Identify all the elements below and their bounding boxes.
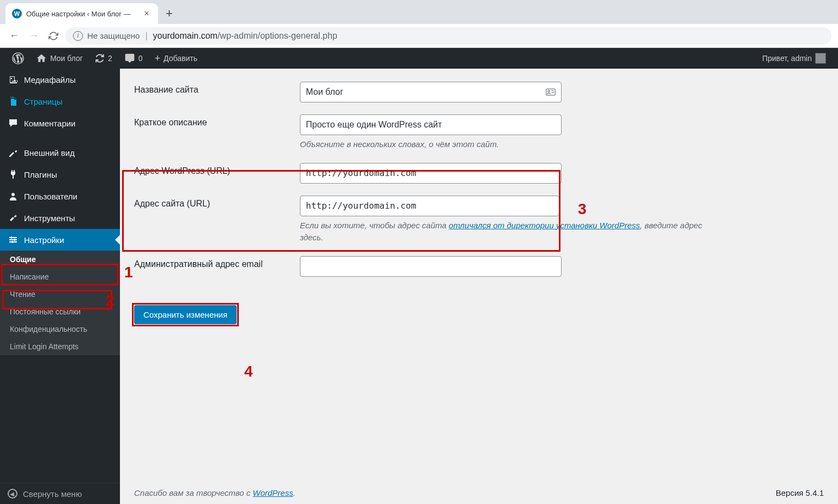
admin-footer: Спасибо вам за творчество с WordPress. В… — [134, 478, 824, 504]
my-account-menu[interactable]: Привет, admin — [758, 53, 830, 64]
comments-menu[interactable]: 0 — [120, 53, 147, 64]
updates-icon — [95, 53, 105, 63]
sidebar-item-plugins[interactable]: Плагины — [0, 163, 120, 185]
collapse-menu[interactable]: ◀, Свернуть меню — [0, 483, 120, 504]
svg-rect-5 — [9, 237, 17, 238]
wordpress-icon — [12, 52, 24, 64]
input-admin-email[interactable] — [300, 256, 562, 277]
svg-rect-9 — [14, 239, 15, 241]
back-button[interactable]: ← — [7, 28, 22, 44]
label-tagline: Краткое описание — [134, 114, 300, 127]
close-tab-icon[interactable]: × — [142, 9, 152, 19]
site-name-menu[interactable]: Мои блог — [32, 53, 87, 64]
desc-site-url: Если вы хотите, чтобы адрес сайта отлича… — [300, 220, 725, 244]
browser-chrome: W Общие настройки ‹ Мои блог — × + ← → i… — [0, 0, 838, 48]
media-icon — [8, 74, 19, 85]
new-content-menu[interactable]: + Добавить — [150, 53, 202, 64]
updates-menu[interactable]: 2 — [91, 53, 117, 63]
info-icon: i — [73, 31, 83, 41]
security-indicator[interactable]: i Не защищено — [73, 31, 140, 41]
annotation-1: 1 — [124, 264, 133, 281]
label-site-title: Название сайта — [134, 82, 300, 95]
svg-rect-8 — [11, 236, 12, 239]
label-site-url: Адрес сайта (URL) — [134, 196, 300, 209]
main-content: Название сайта Краткое описание Объяснит… — [120, 69, 838, 504]
input-site-url[interactable] — [300, 196, 559, 216]
svg-rect-3 — [10, 98, 15, 99]
tab-bar: W Общие настройки ‹ Мои блог — × + — [0, 0, 838, 24]
submenu-writing[interactable]: Написание — [0, 268, 120, 286]
sidebar-item-appearance[interactable]: Внешний вид — [0, 142, 120, 163]
svg-point-1 — [11, 78, 13, 80]
svg-rect-10 — [12, 241, 13, 243]
svg-rect-6 — [9, 239, 17, 240]
sidebar-item-comments[interactable]: Комментарии — [0, 112, 120, 134]
link-wp-directory[interactable]: отличался от директории установки WordPr… — [449, 221, 640, 230]
sidebar-item-tools[interactable]: Инструменты — [0, 207, 120, 229]
url-field[interactable]: i Не защищено | yourdomain.com/wp-admin/… — [65, 27, 831, 45]
submenu-privacy[interactable]: Конфиденциальность — [0, 320, 120, 338]
comment-icon — [124, 53, 135, 64]
sidebar-item-media[interactable]: Медиафайлы — [0, 69, 120, 90]
plus-icon: + — [155, 53, 161, 64]
comments-icon — [8, 118, 19, 129]
sidebar-item-settings[interactable]: Настройки — [0, 229, 120, 251]
svg-point-12 — [548, 90, 550, 92]
reload-button[interactable] — [46, 28, 61, 44]
save-button[interactable]: Сохранить изменения — [134, 305, 237, 324]
avatar — [815, 53, 826, 64]
appearance-icon — [8, 147, 19, 158]
annotation-4: 4 — [244, 363, 253, 380]
sidebar-item-users[interactable]: Пользователи — [0, 185, 120, 207]
forward-button[interactable]: → — [26, 28, 41, 44]
plugins-icon — [8, 169, 19, 180]
settings-icon — [8, 234, 19, 245]
url-text: yourdomain.com/wp-admin/options-general.… — [153, 31, 337, 41]
wordpress-favicon: W — [12, 9, 22, 19]
input-wp-url[interactable] — [300, 163, 562, 184]
wp-adminbar: Мои блог 2 0 + Добавить Привет, admin — [0, 48, 838, 69]
card-icon — [545, 87, 556, 98]
input-site-title[interactable] — [300, 82, 562, 102]
address-bar: ← → i Не защищено | yourdomain.com/wp-ad… — [0, 24, 838, 48]
link-wordpress[interactable]: WordPress — [253, 488, 293, 497]
label-wp-url: Адрес WordPress (URL) — [134, 163, 300, 176]
users-icon — [8, 191, 19, 202]
tools-icon — [8, 212, 19, 223]
admin-sidebar: Медиафайлы Страницы Комментарии Внешний … — [0, 69, 120, 504]
desc-tagline: Объясните в нескольких словах, о чём это… — [300, 138, 562, 151]
tab-title: Общие настройки ‹ Мои блог — — [26, 10, 137, 18]
input-tagline[interactable] — [300, 114, 562, 135]
wp-logo-menu[interactable] — [8, 52, 28, 64]
footer-version: Версия 5.4.1 — [776, 488, 824, 497]
svg-point-4 — [11, 193, 15, 196]
footer-thanks: Спасибо вам за творчество с WordPress. — [134, 488, 296, 497]
svg-rect-2 — [10, 98, 11, 106]
submenu-limitlogin[interactable]: Limit Login Attempts — [0, 338, 120, 355]
pages-icon — [8, 96, 19, 107]
home-icon — [36, 53, 47, 64]
submenu-general[interactable]: Общие — [0, 251, 120, 268]
sidebar-item-pages[interactable]: Страницы — [0, 90, 120, 112]
collapse-icon: ◀, — [8, 489, 17, 499]
browser-tab[interactable]: W Общие настройки ‹ Мои блог — × — [5, 3, 158, 24]
label-admin-email: Административный адрес email — [134, 256, 300, 269]
new-tab-button[interactable]: + — [158, 7, 180, 21]
settings-submenu: Общие Написание Чтение Постоянные ссылки… — [0, 251, 120, 355]
submenu-permalinks[interactable]: Постоянные ссылки — [0, 303, 120, 320]
submenu-reading[interactable]: Чтение — [0, 286, 120, 303]
